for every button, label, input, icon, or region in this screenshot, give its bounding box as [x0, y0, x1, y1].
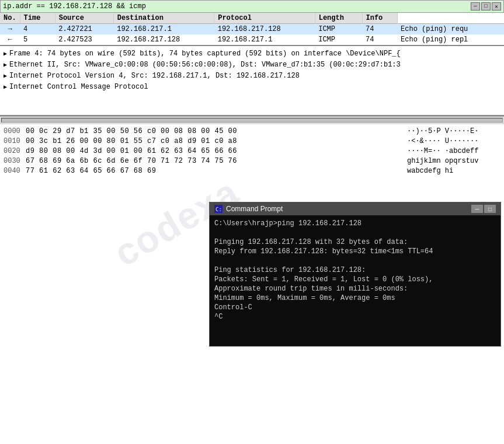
cmd-body: C:\Users\hrajp>ping 192.168.217.128 Ping… — [210, 215, 500, 346]
col-destination: Destination — [113, 13, 214, 24]
detail-text: Ethernet II, Src: VMware_c0:00:08 (00:50… — [9, 61, 401, 69]
hex-offset: 0010 — [4, 137, 26, 145]
row-length: 74 — [362, 34, 397, 45]
row-no: 5 — [20, 34, 55, 45]
hex-ascii: ··)··5·P V·····E· — [407, 127, 500, 135]
table-row[interactable]: →42.427221192.168.217.1192.168.217.128IC… — [0, 24, 504, 34]
cmd-line — [214, 256, 496, 265]
hex-bytes: 67 68 69 6a 6b 6c 6d 6e 6f 70 71 72 73 7… — [26, 157, 407, 165]
minimize-button[interactable]: ─ — [471, 2, 480, 11]
filter-display: ip.addr == 192.168.217.128 && icmp — [3, 2, 471, 11]
hex-bytes: 00 0c 29 d7 b1 35 00 50 56 c0 00 08 08 0… — [26, 127, 407, 135]
cmd-line — [214, 228, 496, 237]
detail-text: Frame 4: 74 bytes on wire (592 bits), 74… — [9, 50, 401, 58]
detail-item[interactable]: ▶Frame 4: 74 bytes on wire (592 bits), 7… — [4, 48, 500, 60]
cmd-line: Approximate round trip times in milli-se… — [214, 284, 496, 293]
row-arrow: → — [0, 24, 20, 34]
row-length: 74 — [362, 24, 397, 34]
detail-item[interactable]: ▶Internet Control Message Protocol — [4, 82, 500, 93]
cmd-line: C:\Users\hrajp>ping 192.168.217.128 — [214, 219, 496, 228]
row-source: 192.168.217.128 — [113, 34, 214, 45]
hex-ascii: ·<·&···· U······· — [407, 137, 500, 145]
col-no: No. — [0, 13, 20, 24]
row-destination: 192.168.217.1 — [214, 34, 315, 45]
hex-offset: 0000 — [4, 127, 26, 135]
detail-item[interactable]: ▶Internet Protocol Version 4, Src: 192.1… — [4, 71, 500, 82]
row-destination: 192.168.217.128 — [214, 24, 315, 34]
expand-arrow-icon: ▶ — [4, 50, 7, 57]
hex-offset: 0020 — [4, 147, 26, 155]
packet-details: ▶Frame 4: 74 bytes on wire (592 bits), 7… — [0, 46, 504, 116]
hex-row: 000000 0c 29 d7 b1 35 00 50 56 c0 00 08 … — [4, 127, 500, 137]
hex-offset: 0040 — [4, 167, 26, 175]
scroll-track[interactable] — [1, 118, 503, 123]
hex-dump: 000000 0c 29 d7 b1 35 00 50 56 c0 00 08 … — [0, 124, 504, 179]
col-info: Info — [362, 13, 397, 24]
maximize-button[interactable]: □ — [481, 2, 491, 11]
hex-offset: 0030 — [4, 157, 26, 165]
hex-ascii: ghijklmn opqrstuv — [407, 157, 500, 165]
row-no: 4 — [20, 24, 55, 34]
cmd-maximize-button[interactable]: □ — [484, 205, 496, 213]
hex-row: 003067 68 69 6a 6b 6c 6d 6e 6f 70 71 72 … — [4, 156, 500, 166]
row-info: Echo (ping) repl — [397, 34, 504, 45]
cmd-minimize-button[interactable]: ─ — [471, 205, 483, 213]
row-protocol: ICMP — [315, 24, 362, 34]
expand-arrow-icon: ▶ — [4, 61, 7, 68]
packet-list: No. Time Source Destination Protocol Len… — [0, 13, 504, 46]
cmd-window-controls: ─ □ — [471, 205, 496, 213]
title-bar: ip.addr == 192.168.217.128 && icmp ─ □ ✕ — [0, 0, 504, 13]
col-protocol: Protocol — [214, 13, 315, 24]
cmd-line: Pinging 192.168.217.128 with 32 bytes of… — [214, 237, 496, 247]
col-source: Source — [55, 13, 113, 24]
col-length: Length — [315, 13, 362, 24]
row-time: 2.427221 — [55, 24, 113, 34]
expand-arrow-icon: ▶ — [4, 72, 7, 79]
table-header-row: No. Time Source Destination Protocol Len… — [0, 13, 504, 24]
cmd-line: Control-C — [214, 303, 496, 312]
detail-text: Internet Control Message Protocol — [9, 83, 148, 91]
hex-ascii: ····M=·· ·abcdeff — [407, 147, 500, 155]
row-source: 192.168.217.1 — [113, 24, 214, 34]
row-protocol: ICMP — [315, 34, 362, 45]
cmd-line: Reply from 192.168.217.128: bytes=32 tim… — [214, 247, 496, 256]
hex-bytes: 00 3c b1 26 00 00 80 01 55 c7 c0 a8 d9 0… — [26, 137, 407, 145]
hex-row: 001000 3c b1 26 00 00 80 01 55 c7 c0 a8 … — [4, 137, 500, 146]
horizontal-scrollbar[interactable] — [0, 116, 504, 124]
cmd-line: ^C — [214, 312, 496, 321]
detail-item[interactable]: ▶Ethernet II, Src: VMware_c0:00:08 (00:5… — [4, 60, 500, 71]
hex-ascii: wabcdefg hi — [407, 167, 500, 175]
cmd-title-text: Command Prompt — [226, 205, 471, 213]
hex-row: 004077 61 62 63 64 65 66 67 68 69wabcdef… — [4, 166, 500, 176]
row-arrow: ← — [0, 34, 20, 45]
row-info: Echo (ping) requ — [397, 24, 504, 34]
hex-row: 0020d9 80 08 00 4d 3d 00 01 00 61 62 63 … — [4, 146, 500, 156]
cmd-title-bar: C: Command Prompt ─ □ — [210, 202, 500, 215]
detail-text: Internet Protocol Version 4, Src: 192.16… — [9, 72, 300, 80]
window-controls: ─ □ ✕ — [471, 2, 501, 11]
cmd-line: Minimum = 0ms, Maximum = 0ms, Average = … — [214, 293, 496, 303]
hex-bytes: d9 80 08 00 4d 3d 00 01 00 61 62 63 64 6… — [26, 147, 407, 155]
svg-text:C:: C: — [215, 207, 222, 212]
hex-bytes: 77 61 62 63 64 65 66 67 68 69 — [26, 167, 407, 175]
cmd-line: Packets: Sent = 1, Received = 1, Lost = … — [214, 275, 496, 284]
col-time: Time — [20, 13, 55, 24]
close-button[interactable]: ✕ — [492, 2, 501, 11]
table-row[interactable]: ←52.427523192.168.217.128192.168.217.1IC… — [0, 34, 504, 45]
cmd-line: Ping statistics for 192.168.217.128: — [214, 265, 496, 275]
cmd-app-icon: C: — [214, 205, 223, 213]
expand-arrow-icon: ▶ — [4, 83, 7, 90]
cmd-window: C: Command Prompt ─ □ C:\Users\hrajp>pin… — [209, 202, 501, 347]
row-time: 2.427523 — [55, 34, 113, 45]
